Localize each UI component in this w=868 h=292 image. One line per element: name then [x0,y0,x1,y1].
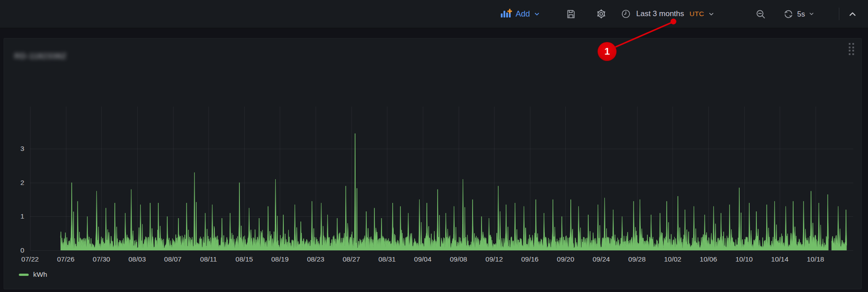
add-button-label: Add [516,9,530,19]
annotation-marker-1: 1 [598,42,616,61]
x-tick-label: 08/23 [298,255,334,263]
y-tick-label: 3 [6,144,24,153]
x-tick-label: 08/15 [226,255,262,263]
save-dashboard-button[interactable] [566,0,576,28]
refresh-picker[interactable]: 5s [783,0,815,28]
chevron-down-icon [534,11,540,17]
x-tick-label: 10/14 [762,255,798,263]
add-panel-button[interactable]: Add [500,0,540,28]
zoom-out-icon [755,9,766,19]
x-tick-label: 09/12 [476,255,512,263]
legend-item-kwh[interactable]: kWh [19,271,47,279]
x-tick-label: 10/10 [726,255,762,263]
x-tick-label: 08/07 [155,255,191,263]
chevron-up-icon [848,10,857,18]
x-tick-label: 09/04 [405,255,441,263]
panel-drag-handle[interactable] [849,43,854,55]
x-tick-label: 09/28 [619,255,655,263]
x-tick-label: 08/19 [262,255,298,263]
x-tick-label: 10/02 [655,255,690,263]
timeseries-chart-canvas[interactable] [30,107,853,251]
time-range-picker[interactable]: Last 3 months UTC [621,0,715,28]
x-tick-label: 08/11 [191,255,226,263]
x-tick-label: 08/27 [334,255,369,263]
time-range-label: Last 3 months [636,9,684,18]
refresh-icon [783,9,794,19]
bar-chart-plus-icon [500,9,512,19]
x-tick-label: 09/20 [547,255,583,263]
refresh-interval-label: 5s [797,10,805,18]
timezone-label: UTC [690,10,704,18]
x-tick-label: 10/06 [690,255,726,263]
zoom-out-time-button[interactable] [755,0,766,28]
toolbar-divider [839,8,839,20]
x-tick-label: 07/26 [48,255,84,263]
y-tick-label: 0 [6,246,24,255]
x-tick-label: 08/03 [119,255,155,263]
dashboard-settings-button[interactable] [596,0,607,28]
chevron-down-icon [708,11,715,17]
x-tick-label: 10/18 [798,255,833,263]
x-tick-label: 09/16 [512,255,548,263]
x-tick-label: 09/08 [441,255,477,263]
chevron-down-icon [808,11,815,17]
collapse-toolbar-button[interactable] [848,0,857,28]
annotation-number: 1 [604,46,610,57]
x-tick-label: 07/30 [83,255,119,263]
x-tick-label: 09/24 [583,255,619,263]
save-icon [566,9,576,19]
x-tick-label: 07/22 [12,255,48,263]
x-tick-label: 08/31 [369,255,405,263]
legend-series-label: kWh [33,271,47,279]
gear-icon [596,9,607,19]
y-tick-label: 1 [6,212,24,221]
dashboard-toolbar: Add Last 3 months UTC [0,0,868,28]
legend-series-swatch [19,274,29,276]
y-tick-label: 2 [6,178,24,187]
panel-title-redacted: RD-1182338Z [14,52,67,61]
clock-icon [621,9,631,19]
